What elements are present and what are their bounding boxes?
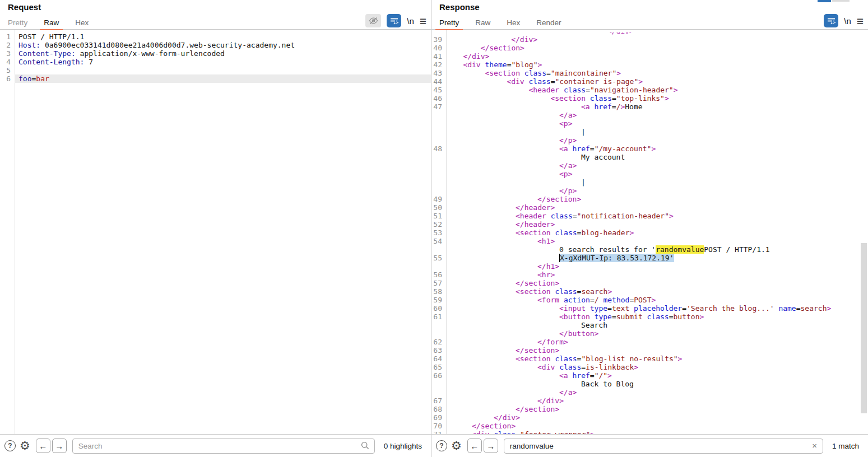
response-tab-pretty[interactable]: Pretty (439, 18, 459, 27)
line-number: 71 (431, 430, 446, 434)
code-line[interactable]: 70</section> (431, 422, 868, 430)
code-line[interactable]: </button> (431, 329, 868, 338)
code-line[interactable]: 47<a href=/>Home (431, 102, 868, 111)
next-match-button[interactable]: → (52, 439, 67, 453)
code-line[interactable]: 41</div> (431, 52, 868, 60)
vertical-scrollbar-thumb[interactable] (861, 243, 867, 413)
line-number: 49 (431, 195, 446, 203)
code-line[interactable]: 62</form> (431, 338, 868, 346)
request-search-field (72, 439, 375, 454)
code-line[interactable]: </a> (431, 388, 868, 397)
code-line[interactable]: <p> (431, 119, 868, 128)
code-line[interactable]: 6foo=bar (0, 74, 431, 83)
code-line[interactable]: 43<section class="maincontainer"> (431, 69, 868, 77)
editor-menu-button[interactable]: ≡ (857, 15, 864, 27)
request-editor[interactable]: 1POST / HTTP/1.12Host: 0a6900ec033141d08… (0, 30, 431, 434)
code-line[interactable]: </h1> (431, 262, 868, 271)
settings-gear-icon[interactable]: ⚙ (451, 440, 462, 451)
code-line[interactable]: 50</header> (431, 203, 868, 212)
next-match-button[interactable]: → (484, 439, 498, 453)
line-number (431, 329, 446, 338)
request-tab-pretty[interactable]: Pretty (8, 18, 27, 27)
previous-match-button[interactable]: ← (36, 439, 50, 453)
code-line[interactable]: 42<div theme="blog"> (431, 60, 868, 69)
code-line[interactable]: 66<a href="/"> (431, 371, 868, 380)
code-line[interactable]: 46<section class="top-links"> (431, 94, 868, 102)
code-line[interactable]: 2Host: 0a6900ec033141d080ee21a4006d00d7.… (0, 41, 431, 49)
line-number (431, 245, 446, 254)
code-line[interactable]: 53<section class=blog-header> (431, 228, 868, 237)
response-search-input[interactable] (504, 439, 823, 454)
line-number (431, 111, 446, 119)
previous-match-button[interactable]: ← (467, 439, 482, 453)
line-number (431, 321, 446, 329)
line-number: 51 (431, 212, 446, 220)
line-number: 6 (0, 74, 15, 83)
code-line[interactable]: </a> (431, 161, 868, 170)
code-line[interactable]: | (431, 178, 868, 186)
code-line[interactable]: 71<div class="footer-wrapper"> (431, 430, 868, 434)
code-line[interactable]: 69</div> (431, 413, 868, 422)
request-tab-hex[interactable]: Hex (75, 18, 89, 27)
code-line[interactable]: </a> (431, 111, 868, 119)
code-line[interactable]: Back to Blog (431, 380, 868, 388)
search-icon (361, 441, 369, 452)
code-line[interactable]: 49</section> (431, 195, 868, 203)
code-line[interactable]: 55X-gXdMUT-Ip: 83.53.172.19' (431, 254, 868, 262)
request-tabs: Pretty Raw Hex (8, 16, 105, 29)
settings-gear-icon[interactable]: ⚙ (20, 440, 30, 451)
code-line[interactable]: Search (431, 321, 868, 329)
code-line[interactable]: </p> (431, 136, 868, 144)
help-icon[interactable]: ? (4, 440, 16, 451)
request-tab-raw[interactable]: Raw (44, 18, 59, 27)
code-line[interactable]: 64<section class="blog-list no-results"> (431, 355, 868, 363)
help-icon[interactable]: ? (436, 440, 447, 451)
code-line[interactable]: 4Content-Length: 7 (0, 58, 431, 66)
code-line[interactable]: 0 search results for 'randomvaluePOST / … (431, 245, 868, 254)
response-tab-render[interactable]: Render (536, 18, 561, 27)
line-number: 61 (431, 313, 446, 321)
line-number: 40 (431, 44, 446, 52)
request-search-input[interactable] (72, 439, 375, 454)
code-line[interactable]: 52</header> (431, 220, 868, 228)
line-number: 50 (431, 203, 446, 212)
code-line[interactable]: <p> (431, 170, 868, 178)
line-number: 4 (0, 58, 15, 66)
code-line[interactable]: 48<a href="/my-account"> (431, 144, 868, 153)
code-line[interactable]: 3Content-Type: application/x-www-form-ur… (0, 49, 431, 58)
code-line[interactable]: 61<button type=submit class=button> (431, 313, 868, 321)
code-line[interactable]: 57</section> (431, 279, 868, 287)
code-line[interactable]: 60<input type=text placeholder='Search t… (431, 304, 868, 313)
code-line[interactable]: 39</div> (431, 35, 868, 44)
code-line[interactable]: 40</section> (431, 44, 868, 52)
word-wrap-button[interactable] (387, 14, 401, 27)
code-line[interactable]: 68</section> (431, 405, 868, 413)
code-line[interactable]: My account (431, 153, 868, 161)
code-line[interactable]: 5 (0, 66, 431, 74)
window-control-partial-2 (832, 0, 850, 2)
code-line[interactable]: 63</section> (431, 346, 868, 355)
hide-response-toggle[interactable] (365, 14, 381, 27)
code-line[interactable]: 59<form action=/ method=POST> (431, 296, 868, 304)
code-line[interactable]: 51<header class="notification-header"> (431, 212, 868, 220)
show-newlines-toggle[interactable]: \n (844, 16, 851, 26)
response-tab-hex[interactable]: Hex (507, 18, 520, 27)
show-newlines-toggle[interactable]: \n (407, 16, 414, 26)
word-wrap-button[interactable] (824, 14, 838, 27)
code-line[interactable]: 67</div> (431, 397, 868, 405)
code-line[interactable]: 1POST / HTTP/1.1 (0, 32, 431, 41)
response-editor[interactable]: </div>39</div>40</section>41</div>42<div… (431, 30, 868, 434)
line-number (431, 178, 446, 186)
code-line[interactable]: 54<h1> (431, 237, 868, 245)
code-line[interactable]: </p> (431, 186, 868, 195)
code-line[interactable]: 45<header class="navigation-header"> (431, 86, 868, 94)
clear-search-icon[interactable]: × (812, 441, 817, 450)
editor-menu-button[interactable]: ≡ (420, 15, 426, 27)
code-line[interactable]: 56<hr> (431, 271, 868, 279)
code-line[interactable]: | (431, 128, 868, 136)
code-line[interactable]: 44<div class="container is-page"> (431, 77, 868, 86)
code-line[interactable]: 65<div class=is-linkback> (431, 363, 868, 371)
response-tab-raw[interactable]: Raw (475, 18, 490, 27)
code-line[interactable]: 58<section class=search> (431, 287, 868, 296)
request-header: Request Pretty Raw Hex (0, 0, 431, 30)
